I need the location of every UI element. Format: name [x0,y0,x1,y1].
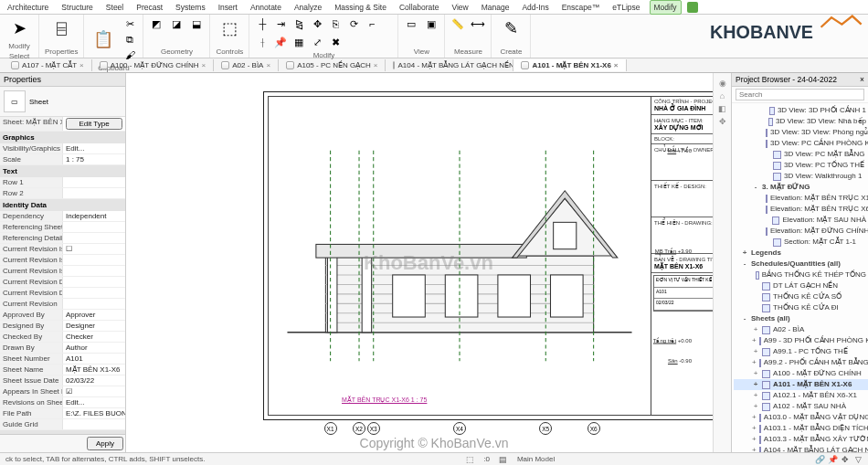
measure-button[interactable]: 📏 [450,16,465,31]
expand-toggle-icon[interactable]: + [752,357,757,368]
expand-toggle-icon[interactable]: + [752,423,757,434]
drawing-canvas[interactable]: CÔNG TRÌNH - PROJECT:NHÀ Ở GIA ĐÌNH HẠNG… [126,73,731,452]
tab-item[interactable]: Massing & Site [331,1,390,14]
tree-item[interactable]: +A100 - MẶT ĐỨNG CHÍNH [734,368,868,379]
home-icon[interactable]: ⌂ [720,91,725,100]
view-tab[interactable]: A104 - MẶT BẰNG LÁT GẠCH NỀN× [386,59,513,71]
tree-item[interactable]: +A103.0 - MẶT BẰNG VẬT DỤNG [734,412,868,423]
expand-toggle-icon[interactable]: - [741,313,748,324]
tree-category[interactable]: +Legends [734,248,868,259]
property-row[interactable]: Current Revision Issued By [0,255,125,266]
property-row[interactable]: Approved ByApprover [0,310,125,321]
tab-item[interactable]: Add-Ins [518,1,552,14]
expand-toggle-icon[interactable]: + [752,412,757,423]
property-row[interactable]: Current Revision Issued To [0,266,125,277]
tree-item[interactable]: +A02 - BÌA [734,324,868,335]
property-row[interactable]: Designed ByDesigner [0,321,125,332]
view-tab[interactable]: A105 - PC NỀN GẠCH× [279,59,386,71]
close-icon[interactable]: × [860,75,864,84]
cutgeom-button[interactable]: ◪ [169,16,184,31]
tree-item[interactable]: Elevation: MẶT SAU NHÀ [734,215,868,226]
tab-item[interactable]: Analyze [291,1,325,14]
tree-item[interactable]: Elevation: MẶT ĐỨNG CHÍNH [734,226,868,237]
modify-tool-button[interactable]: ➤ Modify [5,16,33,50]
property-row[interactable]: Visibility/Graphics Overrid…Edit... [0,143,125,154]
property-row[interactable]: Revisions on SheetEdit... [0,397,125,408]
property-row[interactable]: Current Revision Descripti… [0,288,125,299]
tree-item[interactable]: 3D View: PC MẶT BẰNG [734,149,868,160]
type-selector[interactable]: Sheet [29,98,122,106]
select-pinned-icon[interactable]: 📌 [828,455,837,464]
view-tab[interactable]: A101 - MẶT BÊN X1-X6× [513,59,626,71]
property-row[interactable]: Checked ByChecker [0,332,125,343]
property-row[interactable]: File PathE:\Z. FILES BUON BAN\NH… [0,408,125,419]
navwheel-icon[interactable]: ◉ [719,79,726,88]
tree-item[interactable]: +A103.1 - MẶT BẰNG DIỆN TÍCH SỬ DỤNG [734,423,868,434]
apply-button[interactable]: Apply [87,437,123,450]
tree-item[interactable]: DT LÁT GẠCH NỀN [734,280,868,291]
mirror-button[interactable]: ⧎ [291,16,306,31]
tree-item[interactable]: 3D View: 3D PHỐI CẢNH 1 [734,105,868,116]
pan-icon[interactable]: ✥ [719,117,726,126]
tree-item[interactable]: +A104 - MẶT BẰNG LÁT GẠCH NỀN [734,445,868,452]
create-button[interactable]: ✎ [497,16,524,40]
tree-item[interactable]: THỐNG KÊ CỬA ĐI [734,302,868,313]
cube-icon[interactable]: ◧ [718,104,726,113]
property-row[interactable]: Appears In Sheet List☑ [0,386,125,397]
rotate-button[interactable]: ⟳ [346,16,361,31]
expand-toggle-icon[interactable]: + [752,434,757,445]
view-tab[interactable]: A02 - BÌA× [214,59,279,71]
scale-button[interactable]: ⤢ [310,35,324,49]
property-row[interactable]: Sheet NumberA101 [0,354,125,365]
tab-item[interactable]: eTLipse [609,1,643,14]
paste-button[interactable]: 📋 [90,27,117,51]
property-row[interactable]: Row 1 [0,177,125,188]
tab-item[interactable]: Precast [132,1,166,14]
tree-item[interactable]: Elevation: MẶT BÊN TRỤC X1-X6 [734,193,868,204]
cut-button[interactable]: ✂ [122,16,137,31]
tab-item[interactable]: Enscape™ [558,1,604,14]
tree-item[interactable]: Elevation: MẶT BÊN TRỤC X6-X1 [734,204,868,215]
tree-category[interactable]: -Schedules/Quantities (all) [734,259,868,269]
expand-toggle-icon[interactable]: + [741,248,748,259]
tree-item[interactable]: 3D View: Walkthrough 1 [734,171,868,182]
offset-button[interactable]: ⇥ [273,16,288,31]
property-row[interactable]: Referencing Sheet [0,222,125,233]
expand-toggle-icon[interactable]: + [752,379,759,390]
delete-button[interactable]: ✖ [328,35,343,49]
move-button[interactable]: ✥ [310,16,324,31]
property-row[interactable]: Referencing Detail [0,233,125,244]
tab-item[interactable]: Insert [215,1,241,14]
properties-body[interactable]: GraphicsVisibility/Graphics Overrid…Edit… [0,132,125,434]
property-row[interactable]: Sheet Issue Date02/03/22 [0,375,125,386]
tree-item[interactable]: +A103.3 - MẶT BẰNG XÂY TƯỜNG TẦNG 1 [734,434,868,445]
expand-toggle-icon[interactable]: + [752,368,759,379]
tab-modify[interactable]: Modify [650,0,682,15]
tree-category[interactable]: -Sheets (all) [734,313,868,324]
property-row[interactable]: Guide Grid [0,419,125,430]
properties-button[interactable]: ⌸ [45,16,78,40]
tree-item[interactable]: +A102 - MẶT SAU NHÀ [734,401,868,412]
cope-button[interactable]: ◩ [149,16,164,31]
browser-search-input[interactable] [736,89,864,100]
hide-button[interactable]: ▭ [404,16,418,31]
expand-toggle-icon[interactable]: + [752,324,759,335]
expand-toggle-icon[interactable]: - [752,182,759,193]
close-tab-icon[interactable]: × [79,61,84,69]
tab-item[interactable]: Steel [102,1,127,14]
tree-item[interactable]: +A99 - 3D PHỐI CẢNH PHÒNG KHÁCH [734,335,868,346]
tab-item[interactable]: Manage [478,1,513,14]
tree-item[interactable]: 3D View: PC TỔNG THỂ [734,160,868,171]
drag-icon[interactable]: ✥ [841,455,850,464]
tree-item[interactable]: +A99.1 - PC TỔNG THỂ [734,346,868,357]
tree-item[interactable]: 3D View: PC CẢNH PHÒNG KHÁCH [734,138,868,149]
activate-button[interactable]: ⬚ [216,16,243,40]
property-row[interactable]: Sheet NameMẶT BÊN X1-X6 [0,365,125,375]
tab-item[interactable]: Architecture [4,1,52,14]
array-button[interactable]: ▦ [291,35,306,49]
property-row[interactable]: Current Revision Issued☐ [0,244,125,255]
elevation-viewport[interactable]: X1X2X3X4X5X6Mái +7.90MB Trần +3.90Tầng t… [278,124,641,387]
view-tab[interactable]: A100 - MẶT ĐỨNG CHÍNH× [92,59,214,71]
close-tab-icon[interactable]: × [374,61,378,69]
expand-toggle-icon[interactable]: + [752,401,759,412]
